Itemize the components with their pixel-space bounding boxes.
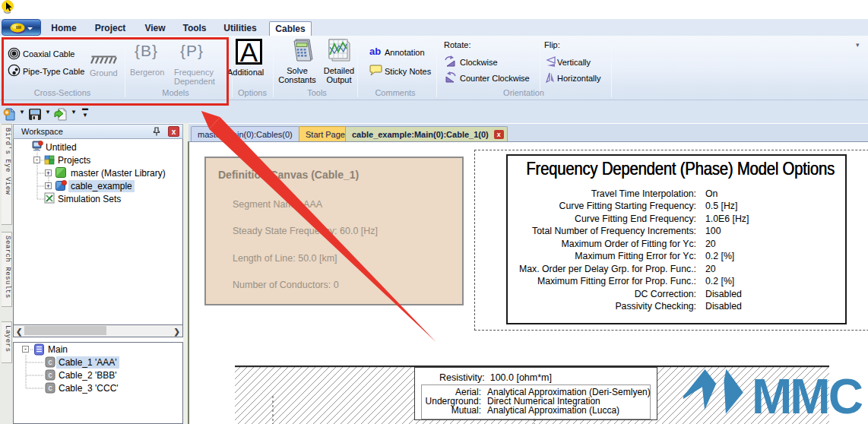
svg-text:c: c [49, 371, 52, 379]
svg-text:MMC: MMC [752, 369, 863, 419]
svg-text:c: c [49, 384, 52, 392]
svg-text:c: c [49, 358, 52, 366]
